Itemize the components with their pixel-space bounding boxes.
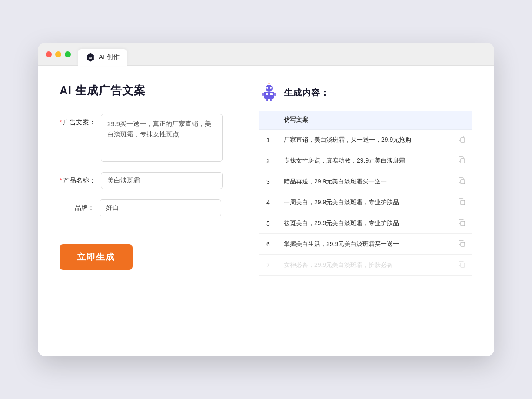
- copy-button[interactable]: [452, 192, 472, 213]
- ad-copy-group: *广告文案：: [60, 114, 233, 162]
- copy-icon: [459, 198, 466, 205]
- table-row: 5 祛斑美白，29.9元美白淡斑霜，专业护肤品: [259, 213, 472, 234]
- row-number: 7: [259, 255, 277, 276]
- ad-copy-label: *广告文案：: [60, 114, 96, 126]
- row-number: 3: [259, 171, 277, 192]
- copy-icon: [459, 261, 466, 268]
- copy-button[interactable]: [452, 213, 472, 234]
- row-number: 6: [259, 234, 277, 255]
- tab-label: AI 创作: [99, 53, 120, 61]
- product-name-group: *产品名称：: [60, 172, 233, 189]
- row-text: 专抹女性斑点，真实功效，29.9元美白淡斑霜: [277, 150, 452, 171]
- table-header-row: 仿写文案: [259, 111, 472, 130]
- copy-button[interactable]: [452, 130, 472, 150]
- svg-rect-11: [270, 99, 272, 101]
- ai-tab[interactable]: AI AI 创作: [78, 49, 127, 66]
- required-star-product: *: [60, 176, 62, 184]
- copy-icon: [459, 136, 466, 143]
- row-text: 一周美白，29.9元美白淡斑霜，专业护肤品: [277, 192, 452, 213]
- svg-rect-5: [264, 92, 274, 99]
- svg-rect-8: [262, 93, 264, 96]
- result-header: 生成内容：: [259, 83, 472, 102]
- ai-tab-icon: AI: [86, 53, 95, 62]
- col-num-header: [259, 111, 277, 130]
- row-number: 5: [259, 213, 277, 234]
- close-button[interactable]: [46, 51, 52, 57]
- product-name-label: *产品名称：: [60, 172, 96, 185]
- svg-rect-15: [461, 159, 465, 163]
- svg-rect-18: [461, 221, 465, 226]
- content-area: AI 生成广告文案 *广告文案： *产品名称： 品牌： 立: [38, 66, 494, 356]
- copy-button[interactable]: [452, 234, 472, 255]
- robot-icon: [259, 83, 279, 102]
- svg-rect-10: [266, 99, 268, 101]
- table-row: 3 赠品再送，29.9元美白淡斑霜买一送一: [259, 171, 472, 192]
- generate-button[interactable]: 立即生成: [60, 244, 133, 270]
- table-row: 7 女神必备，29.9元美白淡斑霜，护肤必备: [259, 255, 472, 276]
- copy-button[interactable]: [452, 255, 472, 276]
- copy-icon: [459, 177, 466, 184]
- copy-button[interactable]: [452, 171, 472, 192]
- copy-button[interactable]: [452, 150, 472, 171]
- copy-icon: [459, 219, 466, 226]
- brand-label: 品牌：: [60, 200, 94, 212]
- svg-point-13: [269, 83, 270, 84]
- svg-rect-14: [461, 138, 465, 142]
- left-panel: AI 生成广告文案 *广告文案： *产品名称： 品牌： 立: [60, 83, 233, 339]
- page-title: AI 生成广告文案: [60, 83, 233, 98]
- right-panel: 生成内容： 仿写文案 1 厂家直销，美白淡斑霜，买一送一，29.9元抢购: [259, 83, 472, 339]
- required-star-ad: *: [60, 118, 62, 126]
- browser-window: AI AI 创作 AI 生成广告文案 *广告文案： *产品名称：: [38, 43, 494, 356]
- title-bar: AI AI 创作: [38, 43, 494, 66]
- product-name-input[interactable]: [101, 172, 223, 189]
- svg-rect-20: [461, 263, 465, 267]
- svg-point-3: [266, 87, 268, 89]
- brand-input[interactable]: [100, 200, 221, 216]
- svg-rect-17: [461, 200, 465, 205]
- row-text: 赠品再送，29.9元美白淡斑霜买一送一: [277, 171, 452, 192]
- svg-rect-19: [461, 242, 465, 246]
- table-row: 6 掌握美白生活，29.9元美白淡斑霜买一送一: [259, 234, 472, 255]
- col-copy-header: [452, 111, 472, 130]
- svg-point-4: [270, 87, 272, 89]
- svg-rect-9: [274, 93, 276, 96]
- result-table: 仿写文案 1 厂家直销，美白淡斑霜，买一送一，29.9元抢购 2 专抹女性斑点，…: [259, 111, 472, 276]
- row-number: 4: [259, 192, 277, 213]
- row-text: 掌握美白生活，29.9元美白淡斑霜买一送一: [277, 234, 452, 255]
- svg-rect-6: [266, 93, 268, 95]
- table-row: 4 一周美白，29.9元美白淡斑霜，专业护肤品: [259, 192, 472, 213]
- table-row: 2 专抹女性斑点，真实功效，29.9元美白淡斑霜: [259, 150, 472, 171]
- result-title: 生成内容：: [284, 87, 329, 99]
- row-number: 1: [259, 130, 277, 150]
- maximize-button[interactable]: [65, 51, 71, 57]
- row-number: 2: [259, 150, 277, 171]
- minimize-button[interactable]: [55, 51, 61, 57]
- svg-rect-16: [461, 180, 465, 184]
- copy-icon: [459, 156, 466, 163]
- col-text-header: 仿写文案: [277, 111, 452, 130]
- ad-copy-input[interactable]: [101, 114, 223, 162]
- copy-icon: [459, 240, 466, 247]
- row-text: 厂家直销，美白淡斑霜，买一送一，29.9元抢购: [277, 130, 452, 150]
- traffic-lights: [46, 51, 71, 57]
- table-row: 1 厂家直销，美白淡斑霜，买一送一，29.9元抢购: [259, 130, 472, 150]
- row-text: 女神必备，29.9元美白淡斑霜，护肤必备: [277, 255, 452, 276]
- svg-rect-7: [270, 93, 273, 95]
- row-text: 祛斑美白，29.9元美白淡斑霜，专业护肤品: [277, 213, 452, 234]
- brand-group: 品牌：: [60, 200, 233, 216]
- svg-text:AI: AI: [89, 56, 92, 60]
